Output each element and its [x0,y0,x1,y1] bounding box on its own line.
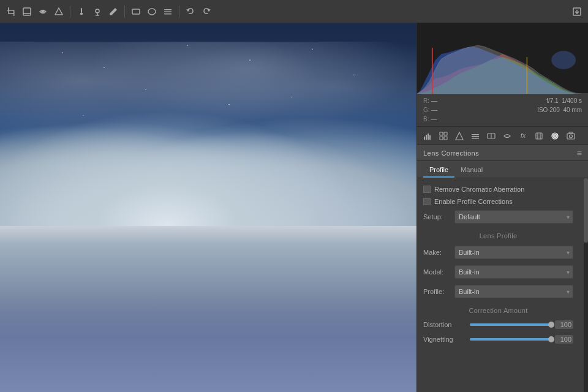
tab-bar: Profile Manual [417,161,588,178]
distortion-thumb[interactable] [548,322,554,328]
crop-tool[interactable] [5,6,17,18]
photo-canvas [0,23,417,392]
library-icon[interactable] [437,129,450,143]
separator-1 [70,6,70,18]
lens-profile-title: Lens Profile [423,232,573,239]
tab-profile[interactable]: Profile [423,163,454,178]
hsl-icon[interactable] [469,129,482,143]
make-select[interactable]: Built-in [454,246,573,259]
svg-point-23 [551,51,576,69]
section-header: Lens Corrections ≡ [417,145,588,161]
enable-profile-label: Enable Profile Corrections [434,198,513,205]
enable-profile-row: Enable Profile Corrections [423,198,573,205]
model-label: Model: [423,268,451,276]
tab-manual[interactable]: Manual [454,163,489,178]
panel-content: Remove Chromatic Aberration Enable Profi… [417,178,588,392]
list-tool[interactable] [162,6,174,18]
profile-select[interactable]: Built-in [454,285,573,298]
main-area: R: — G: — B: — f/7.1 1/400 s ISO 200 40 … [0,23,588,392]
svg-rect-9 [80,13,83,15]
model-row: Model: Built-in [423,265,573,279]
svg-rect-46 [569,132,573,134]
vignetting-value: 100 [555,335,573,344]
enable-profile-checkbox[interactable] [423,198,431,205]
section-title: Lens Corrections [423,149,479,157]
profile-dropdown-wrapper: Built-in [454,285,573,298]
distortion-fill [470,323,551,326]
svg-rect-24 [424,137,425,140]
svg-rect-44 [567,134,575,139]
g-value: — [431,107,437,113]
ellipse-tool[interactable] [146,6,158,18]
separator-2 [124,6,125,18]
distortion-slider[interactable] [470,323,551,326]
svg-rect-17 [164,13,172,15]
separator-3 [179,6,179,18]
svg-marker-32 [456,132,463,140]
pencil-tool[interactable] [107,6,119,18]
section-menu-button[interactable]: ≡ [577,148,582,158]
red-eye-tool[interactable] [37,6,49,18]
exif-bar: R: — G: — B: — f/7.1 1/400 s ISO 200 40 … [417,94,588,127]
make-row: Make: Built-in [423,246,573,259]
panel-icons-bar: fx [417,127,588,145]
correction-amount-title: Correction Amount [423,307,573,314]
remove-ca-checkbox[interactable] [423,186,431,193]
toolbar [0,0,588,23]
svg-point-10 [96,9,99,13]
histogram-chart [417,23,588,94]
svg-rect-30 [440,137,443,140]
make-dropdown-wrapper: Built-in [454,246,573,259]
vignetting-thumb[interactable] [548,336,554,342]
vignetting-slider[interactable] [470,338,551,341]
lens-corrections-icon[interactable] [548,129,562,143]
split-toning-icon[interactable] [484,129,498,143]
iso-value: ISO 200 [537,107,560,113]
svg-point-14 [148,9,156,15]
pin-tool[interactable] [91,6,104,18]
svg-point-42 [553,134,557,138]
focal-value: 40 mm [563,107,582,113]
vignetting-fill [470,338,551,341]
exif-values: f/7.1 1/400 s ISO 200 40 mm [537,96,582,115]
rect-tool[interactable] [130,6,142,18]
scrollbar-thumb[interactable] [584,178,588,243]
r-value: — [431,97,437,104]
vignetting-row: Vignetting 100 [423,335,573,344]
svg-rect-29 [444,132,447,135]
remove-ca-label: Remove Chromatic Aberration [434,186,524,193]
svg-rect-35 [472,138,479,139]
redo-tool[interactable] [200,6,213,18]
histogram-panel-icon[interactable] [421,129,434,143]
spot-removal-tool[interactable] [21,6,33,18]
svg-rect-2 [13,10,15,16]
distortion-label: Distortion [423,321,466,328]
svg-rect-31 [444,137,447,140]
undo-tool[interactable] [184,6,197,18]
setup-row: Setup: Default Auto Custom [423,210,573,224]
profile-label: Profile: [423,288,451,295]
distortion-value: 100 [555,320,573,329]
make-label: Make: [423,249,451,256]
model-select[interactable]: Built-in [454,265,573,279]
g-label: G: [423,107,430,113]
scrollbar-track[interactable] [584,178,588,392]
tone-curve-icon[interactable] [453,129,466,143]
setup-select[interactable]: Default Auto Custom [454,210,573,224]
detail-panel-icon[interactable] [500,129,514,143]
brush-tool[interactable] [75,6,88,18]
camera-calibration-icon[interactable] [564,129,578,143]
svg-rect-26 [428,134,429,140]
svg-rect-4 [23,8,31,15]
aperture-value: f/7.1 [546,97,558,104]
svg-point-45 [570,135,573,138]
calibration-icon[interactable] [532,129,546,143]
fx-icon[interactable]: fx [516,129,530,143]
photo-background [0,23,417,392]
export-button[interactable] [571,6,583,18]
graduated-filter-tool[interactable] [53,6,65,18]
svg-rect-28 [440,132,443,135]
profile-row: Profile: Built-in [423,285,573,298]
svg-rect-34 [472,136,479,137]
svg-point-43 [554,135,556,137]
